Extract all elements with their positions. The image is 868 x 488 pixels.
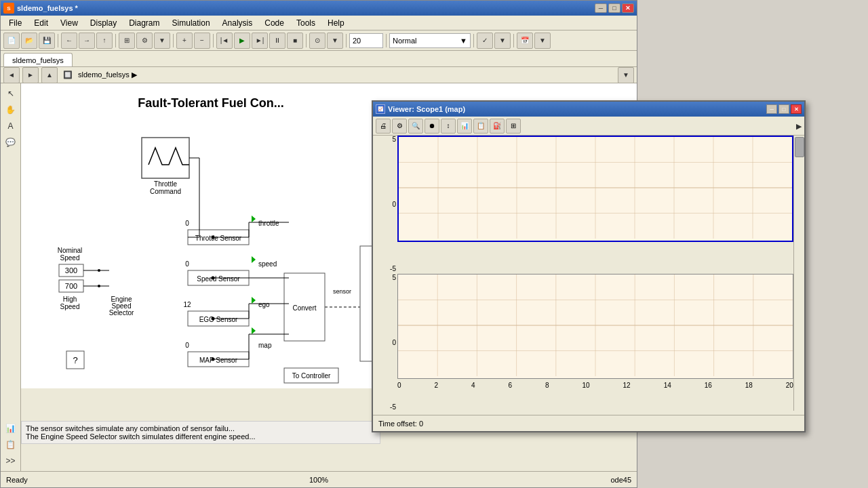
up-button[interactable]: ↑ xyxy=(96,33,113,49)
menu-edit[interactable]: Edit xyxy=(28,17,54,29)
scroll-indicator[interactable]: ▶ xyxy=(793,121,804,131)
throttle-sensor-label: Throttle Sensor xyxy=(195,235,242,242)
menu-help[interactable]: Help xyxy=(322,17,350,29)
menu-file[interactable]: File xyxy=(3,17,27,29)
window-title: sldemo_fuelsys * xyxy=(17,4,595,12)
menu-display[interactable]: Display xyxy=(85,17,122,29)
lower-y-min: -5 xyxy=(390,403,396,411)
x-label-6: 6 xyxy=(509,382,513,389)
stop-button[interactable]: ■ xyxy=(287,33,303,49)
menu-diagram[interactable]: Diagram xyxy=(123,17,165,29)
menu-analysis[interactable]: Analysis xyxy=(217,17,258,29)
calendar-dropdown[interactable]: ▼ xyxy=(534,33,551,49)
scope-record-btn[interactable]: ⏺ xyxy=(425,119,439,134)
close-button[interactable]: ✕ xyxy=(622,3,634,13)
scope-window: 📈 Viewer: Scope1 (map) ─ □ ✕ 🖨 ⚙ 🔍 ⏺ ↕ 📊… xyxy=(372,100,806,432)
desc-line2: The Engine Speed Selector switch simulat… xyxy=(26,432,376,441)
upper-y-max: 5 xyxy=(392,136,396,143)
signal-tool[interactable]: 📊 xyxy=(3,421,18,436)
address-path: sldemo_fuelsys ▶ xyxy=(78,70,137,79)
speed-sensor-label: Speed Sensor xyxy=(197,275,240,283)
x-label-10: 10 xyxy=(583,382,590,389)
scope-toolbar: 🖨 ⚙ 🔍 ⏺ ↕ 📊 📋 ⛽ ⊞ xyxy=(373,117,804,136)
step-back-button[interactable]: |◄ xyxy=(216,33,233,49)
upper-plot-wrapper: 5 0 -5 xyxy=(397,136,793,272)
scope-cursor-btn[interactable]: ↕ xyxy=(441,119,456,134)
nav-up-button[interactable]: ▲ xyxy=(41,67,58,83)
select-tool[interactable]: ↖ xyxy=(3,86,18,101)
menu-tools[interactable]: Tools xyxy=(291,17,321,29)
upper-y-min: -5 xyxy=(390,265,396,272)
upper-y-mid: 0 xyxy=(392,201,396,208)
annotation-tool[interactable]: A xyxy=(3,119,18,134)
scope-data-btn[interactable]: 📊 xyxy=(457,119,472,134)
record-button[interactable]: ⊙ xyxy=(309,33,326,49)
open-button[interactable]: 📂 xyxy=(21,33,37,49)
left-sidebar: ↖ ✋ A 💬 📊 📋 >> xyxy=(1,83,21,471)
throttle-command-block[interactable] xyxy=(142,138,189,178)
debug-dropdown[interactable]: ▼ xyxy=(494,33,511,49)
minimize-button[interactable]: ─ xyxy=(595,3,607,13)
address-dropdown[interactable]: ▼ xyxy=(618,67,634,83)
zoom-dropdown[interactable]: ▼ xyxy=(154,33,170,49)
redo-button[interactable]: → xyxy=(79,33,95,49)
scope-minimize-btn[interactable]: ─ xyxy=(766,104,777,114)
new-button[interactable]: 📄 xyxy=(3,33,20,49)
sep4 xyxy=(213,34,214,47)
save-button[interactable]: 💾 xyxy=(39,33,55,49)
scope-maximize-btn[interactable]: □ xyxy=(778,104,789,114)
scope-scrollbar[interactable] xyxy=(793,136,804,411)
menu-bar: File Edit View Display Diagram Simulatio… xyxy=(1,16,637,30)
menu-code[interactable]: Code xyxy=(259,17,290,29)
run-button[interactable]: ▶ xyxy=(234,33,250,49)
scope-signal-btn[interactable]: ⛽ xyxy=(490,119,505,134)
scope-window-controls: ─ □ ✕ xyxy=(766,104,802,114)
scope-icon: 📈 xyxy=(376,104,385,114)
scrollbar-thumb[interactable] xyxy=(795,137,804,157)
scope-layout-btn[interactable]: ⊞ xyxy=(506,119,521,134)
comment-tool[interactable]: 💬 xyxy=(3,135,18,150)
scope-settings-btn[interactable]: ⚙ xyxy=(392,119,407,134)
to-controller-label: To Controller xyxy=(292,372,331,380)
convert-label: Convert xyxy=(292,304,316,312)
tab-sldemo[interactable]: sldemo_fuelsys xyxy=(3,53,73,66)
model-advisor-tool[interactable]: 📋 xyxy=(3,437,18,452)
menu-view[interactable]: View xyxy=(55,17,83,29)
zoomout-button[interactable]: − xyxy=(194,33,210,49)
nominal-speed-label: Nominal xyxy=(58,247,83,254)
ego-wire-label: ego xyxy=(258,301,270,308)
pause-button[interactable]: ⏸ xyxy=(269,33,285,49)
upper-grid xyxy=(399,137,792,239)
record-dropdown[interactable]: ▼ xyxy=(327,33,343,49)
fitview-button[interactable]: ⊞ xyxy=(119,33,135,49)
nav-next-button[interactable]: ► xyxy=(22,67,39,83)
maximize-button[interactable]: □ xyxy=(608,3,620,13)
scope-legend-btn[interactable]: 📋 xyxy=(473,119,488,134)
zoomin-button[interactable]: + xyxy=(176,33,193,49)
toolbar: 📄 📂 💾 ← → ↑ ⊞ ⚙ ▼ + − |◄ ▶ ►| ⏸ ■ ⊙ ▼ No… xyxy=(1,30,637,51)
time-offset: Time offset: 0 xyxy=(373,415,804,431)
nav-prev-button[interactable]: ◄ xyxy=(3,67,20,83)
description-box: The sensor switches simulate any combina… xyxy=(21,421,380,444)
debug-button[interactable]: ✓ xyxy=(477,33,493,49)
expand-button[interactable]: >> xyxy=(3,453,18,468)
sep3 xyxy=(173,34,174,47)
map-val-display: 0 xyxy=(185,342,189,349)
map-wire-label: map xyxy=(258,342,272,349)
scope-zoomin-btn[interactable]: 🔍 xyxy=(408,119,423,134)
throttle-cmd-label: Throttle xyxy=(154,180,177,188)
calendar-button[interactable]: 📅 xyxy=(517,33,533,49)
sim-mode-dropdown[interactable]: Normal ▼ xyxy=(389,33,471,48)
sep8 xyxy=(473,34,474,47)
scope-close-btn[interactable]: ✕ xyxy=(791,104,802,114)
menu-simulation[interactable]: Simulation xyxy=(167,17,216,29)
step-forward-button[interactable]: ►| xyxy=(252,33,268,49)
zoom-gear-button[interactable]: ⚙ xyxy=(136,33,153,49)
x-label-20: 20 xyxy=(786,382,793,389)
scope-print-btn[interactable]: 🖨 xyxy=(376,119,391,134)
diagram-title: Fault-Tolerant Fuel Con... xyxy=(138,96,284,110)
x-axis-labels: 0 2 4 6 8 10 12 14 16 18 20 xyxy=(397,380,793,389)
pan-tool[interactable]: ✋ xyxy=(3,102,18,117)
sim-time-input[interactable] xyxy=(349,33,383,48)
undo-button[interactable]: ← xyxy=(61,33,77,49)
